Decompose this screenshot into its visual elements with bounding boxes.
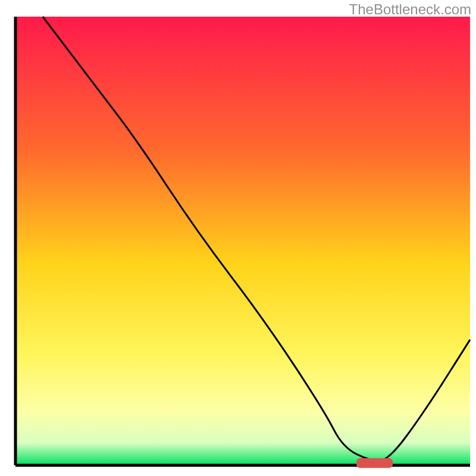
watermark-text: TheBottleneck.com (349, 1, 471, 18)
bottleneck-chart: TheBottleneck.com (0, 0, 476, 476)
plot-background (15, 17, 470, 465)
optimal-marker (356, 458, 393, 468)
chart-svg (0, 0, 476, 476)
